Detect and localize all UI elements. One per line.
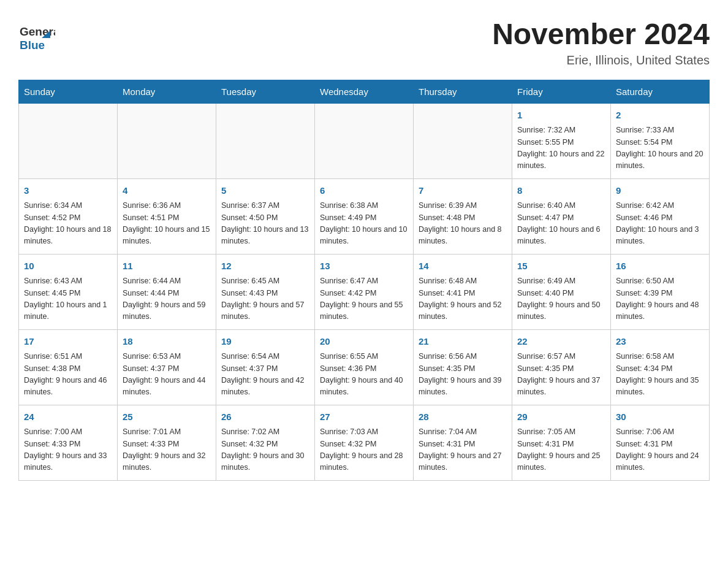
day-info: Sunrise: 6:48 AMSunset: 4:41 PMDaylight:… bbox=[419, 275, 507, 323]
calendar-cell: 28Sunrise: 7:04 AMSunset: 4:31 PMDayligh… bbox=[414, 405, 512, 480]
day-number: 6 bbox=[320, 184, 408, 198]
day-of-week-header: Friday bbox=[512, 80, 611, 103]
calendar-cell: 5Sunrise: 6:37 AMSunset: 4:50 PMDaylight… bbox=[216, 178, 315, 254]
location-title: Erie, Illinois, United States bbox=[492, 53, 710, 67]
calendar-cell: 11Sunrise: 6:44 AMSunset: 4:44 PMDayligh… bbox=[118, 254, 216, 329]
day-number: 13 bbox=[320, 259, 408, 274]
day-info: Sunrise: 7:00 AMSunset: 4:33 PMDaylight:… bbox=[24, 426, 112, 474]
day-info: Sunrise: 6:43 AMSunset: 4:45 PMDaylight:… bbox=[24, 275, 112, 323]
day-number: 24 bbox=[24, 410, 112, 424]
calendar-cell bbox=[216, 103, 315, 178]
day-number: 9 bbox=[616, 184, 704, 198]
day-number: 2 bbox=[616, 109, 704, 123]
day-info: Sunrise: 6:58 AMSunset: 4:34 PMDaylight:… bbox=[616, 351, 704, 399]
calendar-week-row: 3Sunrise: 6:34 AMSunset: 4:52 PMDaylight… bbox=[19, 178, 710, 254]
day-number: 28 bbox=[419, 410, 507, 424]
day-info: Sunrise: 6:34 AMSunset: 4:52 PMDaylight:… bbox=[24, 200, 112, 248]
day-number: 18 bbox=[123, 335, 211, 349]
day-number: 27 bbox=[320, 410, 408, 424]
calendar-cell: 29Sunrise: 7:05 AMSunset: 4:31 PMDayligh… bbox=[512, 405, 611, 480]
day-info: Sunrise: 7:06 AMSunset: 4:31 PMDaylight:… bbox=[616, 426, 704, 474]
day-info: Sunrise: 6:36 AMSunset: 4:51 PMDaylight:… bbox=[123, 200, 211, 248]
calendar-cell: 19Sunrise: 6:54 AMSunset: 4:37 PMDayligh… bbox=[216, 329, 315, 405]
calendar-cell: 3Sunrise: 6:34 AMSunset: 4:52 PMDaylight… bbox=[19, 178, 118, 254]
svg-text:Blue: Blue bbox=[20, 39, 45, 52]
logo: General Blue bbox=[18, 18, 55, 58]
day-info: Sunrise: 6:57 AMSunset: 4:35 PMDaylight:… bbox=[517, 351, 605, 399]
day-number: 1 bbox=[517, 109, 605, 123]
day-of-week-header: Saturday bbox=[611, 80, 710, 103]
calendar-cell: 18Sunrise: 6:53 AMSunset: 4:37 PMDayligh… bbox=[118, 329, 216, 405]
day-number: 21 bbox=[419, 335, 507, 349]
title-area: November 2024 Erie, Illinois, United Sta… bbox=[492, 18, 710, 67]
calendar-cell: 10Sunrise: 6:43 AMSunset: 4:45 PMDayligh… bbox=[19, 254, 118, 329]
day-info: Sunrise: 6:53 AMSunset: 4:37 PMDaylight:… bbox=[123, 351, 211, 399]
calendar-cell: 25Sunrise: 7:01 AMSunset: 4:33 PMDayligh… bbox=[118, 405, 216, 480]
day-number: 22 bbox=[517, 335, 605, 349]
page-header: General Blue November 2024 Erie, Illinoi… bbox=[18, 18, 710, 67]
calendar-week-row: 10Sunrise: 6:43 AMSunset: 4:45 PMDayligh… bbox=[19, 254, 710, 329]
day-number: 8 bbox=[517, 184, 605, 198]
day-number: 16 bbox=[616, 259, 704, 274]
day-number: 15 bbox=[517, 259, 605, 274]
calendar-week-row: 24Sunrise: 7:00 AMSunset: 4:33 PMDayligh… bbox=[19, 405, 710, 480]
calendar-cell: 21Sunrise: 6:56 AMSunset: 4:35 PMDayligh… bbox=[414, 329, 512, 405]
day-info: Sunrise: 6:39 AMSunset: 4:48 PMDaylight:… bbox=[419, 200, 507, 248]
day-info: Sunrise: 6:38 AMSunset: 4:49 PMDaylight:… bbox=[320, 200, 408, 248]
day-of-week-header: Monday bbox=[118, 80, 216, 103]
day-info: Sunrise: 6:44 AMSunset: 4:44 PMDaylight:… bbox=[123, 275, 211, 323]
calendar-cell: 15Sunrise: 6:49 AMSunset: 4:40 PMDayligh… bbox=[512, 254, 611, 329]
day-info: Sunrise: 6:47 AMSunset: 4:42 PMDaylight:… bbox=[320, 275, 408, 323]
day-number: 25 bbox=[123, 410, 211, 424]
calendar-cell: 8Sunrise: 6:40 AMSunset: 4:47 PMDaylight… bbox=[512, 178, 611, 254]
day-number: 4 bbox=[123, 184, 211, 198]
calendar-cell: 16Sunrise: 6:50 AMSunset: 4:39 PMDayligh… bbox=[611, 254, 710, 329]
calendar-cell: 26Sunrise: 7:02 AMSunset: 4:32 PMDayligh… bbox=[216, 405, 315, 480]
day-number: 11 bbox=[123, 259, 211, 274]
day-number: 29 bbox=[517, 410, 605, 424]
calendar-cell bbox=[315, 103, 414, 178]
day-of-week-header: Tuesday bbox=[216, 80, 315, 103]
day-number: 3 bbox=[24, 184, 112, 198]
calendar-week-row: 1Sunrise: 7:32 AMSunset: 5:55 PMDaylight… bbox=[19, 103, 710, 178]
day-number: 5 bbox=[221, 184, 309, 198]
calendar-cell: 14Sunrise: 6:48 AMSunset: 4:41 PMDayligh… bbox=[414, 254, 512, 329]
calendar-cell: 22Sunrise: 6:57 AMSunset: 4:35 PMDayligh… bbox=[512, 329, 611, 405]
day-number: 7 bbox=[419, 184, 507, 198]
day-info: Sunrise: 7:33 AMSunset: 5:54 PMDaylight:… bbox=[616, 124, 704, 172]
calendar-week-row: 17Sunrise: 6:51 AMSunset: 4:38 PMDayligh… bbox=[19, 329, 710, 405]
calendar-cell: 4Sunrise: 6:36 AMSunset: 4:51 PMDaylight… bbox=[118, 178, 216, 254]
day-info: Sunrise: 6:42 AMSunset: 4:46 PMDaylight:… bbox=[616, 200, 704, 248]
calendar-cell: 9Sunrise: 6:42 AMSunset: 4:46 PMDaylight… bbox=[611, 178, 710, 254]
calendar-table: SundayMondayTuesdayWednesdayThursdayFrid… bbox=[18, 80, 710, 481]
day-info: Sunrise: 6:56 AMSunset: 4:35 PMDaylight:… bbox=[419, 351, 507, 399]
day-number: 14 bbox=[419, 259, 507, 274]
day-number: 17 bbox=[24, 335, 112, 349]
calendar-cell: 23Sunrise: 6:58 AMSunset: 4:34 PMDayligh… bbox=[611, 329, 710, 405]
calendar-cell: 20Sunrise: 6:55 AMSunset: 4:36 PMDayligh… bbox=[315, 329, 414, 405]
day-info: Sunrise: 7:05 AMSunset: 4:31 PMDaylight:… bbox=[517, 426, 605, 474]
day-info: Sunrise: 7:01 AMSunset: 4:33 PMDaylight:… bbox=[123, 426, 211, 474]
day-info: Sunrise: 7:02 AMSunset: 4:32 PMDaylight:… bbox=[221, 426, 309, 474]
day-info: Sunrise: 6:49 AMSunset: 4:40 PMDaylight:… bbox=[517, 275, 605, 323]
day-info: Sunrise: 7:04 AMSunset: 4:31 PMDaylight:… bbox=[419, 426, 507, 474]
day-number: 19 bbox=[221, 335, 309, 349]
day-info: Sunrise: 6:55 AMSunset: 4:36 PMDaylight:… bbox=[320, 351, 408, 399]
month-title: November 2024 bbox=[492, 18, 710, 51]
day-number: 20 bbox=[320, 335, 408, 349]
day-of-week-header: Thursday bbox=[414, 80, 512, 103]
calendar-cell: 27Sunrise: 7:03 AMSunset: 4:32 PMDayligh… bbox=[315, 405, 414, 480]
day-number: 23 bbox=[616, 335, 704, 349]
logo-graphic: General Blue bbox=[18, 18, 55, 58]
calendar-cell bbox=[118, 103, 216, 178]
day-info: Sunrise: 6:37 AMSunset: 4:50 PMDaylight:… bbox=[221, 200, 309, 248]
day-info: Sunrise: 7:32 AMSunset: 5:55 PMDaylight:… bbox=[517, 124, 605, 172]
day-number: 30 bbox=[616, 410, 704, 424]
calendar-cell: 6Sunrise: 6:38 AMSunset: 4:49 PMDaylight… bbox=[315, 178, 414, 254]
day-info: Sunrise: 6:40 AMSunset: 4:47 PMDaylight:… bbox=[517, 200, 605, 248]
day-of-week-header: Sunday bbox=[19, 80, 118, 103]
day-info: Sunrise: 6:51 AMSunset: 4:38 PMDaylight:… bbox=[24, 351, 112, 399]
calendar-cell bbox=[414, 103, 512, 178]
day-number: 26 bbox=[221, 410, 309, 424]
day-number: 10 bbox=[24, 259, 112, 274]
